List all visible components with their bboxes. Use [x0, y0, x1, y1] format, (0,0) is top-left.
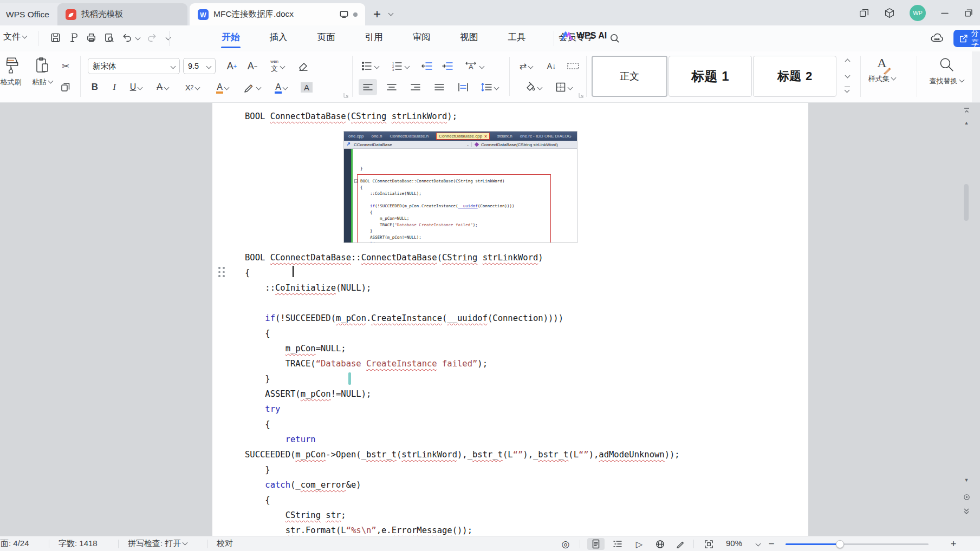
print-preview-icon[interactable] — [103, 32, 115, 43]
undo-chevron-icon[interactable] — [135, 35, 141, 41]
vertical-scrollbar[interactable]: ▲ ▼ — [960, 103, 972, 536]
menu-item-review[interactable]: 审阅 — [407, 31, 436, 43]
menu-item-insert[interactable]: 插入 — [264, 31, 293, 43]
minimize-icon[interactable] — [940, 8, 950, 18]
style-heading-1[interactable]: 标题1 — [669, 56, 752, 97]
wps-ai-menu[interactable]: WPS AI — [561, 31, 607, 41]
zoom-slider[interactable] — [786, 543, 929, 545]
char-shading-button[interactable]: A — [299, 79, 314, 95]
collapse-ribbon-icon[interactable] — [962, 107, 971, 115]
font-size-select[interactable]: 9.5 — [183, 58, 216, 74]
print-icon[interactable] — [86, 32, 97, 43]
chinese-conversion-button[interactable]: ⇄ — [515, 58, 537, 74]
export-pdf-icon[interactable] — [68, 32, 79, 43]
paste-button[interactable]: 粘贴 — [27, 56, 57, 87]
document-code-block[interactable]: BOOL CConnectDataBase::ConnectDataBase(C… — [245, 250, 792, 536]
numbered-list-button[interactable]: 123 — [389, 58, 411, 74]
font-color-button[interactable]: A — [270, 79, 293, 95]
increase-font-button[interactable]: A+ — [223, 58, 241, 74]
pinyin-guide-button[interactable]: wén 文 — [267, 58, 288, 74]
vs-tab-2[interactable]: ConnectDataBase.h — [390, 134, 429, 139]
italic-button[interactable]: I — [107, 79, 121, 95]
decrease-font-button[interactable]: A− — [244, 58, 261, 74]
file-menu[interactable]: 文件 — [3, 31, 27, 43]
find-replace-button[interactable]: 查找替换 — [921, 56, 972, 86]
tab-wps-office[interactable]: WPS Office — [0, 3, 65, 25]
cut-button[interactable]: ✂ — [59, 58, 73, 74]
history-chevron-icon[interactable] — [166, 35, 171, 41]
zoom-chevron-icon[interactable] — [756, 541, 761, 547]
increase-indent-button[interactable] — [440, 58, 456, 74]
menu-item-home[interactable]: 开始 — [217, 31, 245, 43]
align-center-button[interactable] — [382, 79, 401, 95]
shading-button[interactable] — [521, 79, 545, 95]
strikethrough-button[interactable]: A — [152, 79, 173, 95]
zoom-level[interactable]: 90% — [726, 539, 742, 548]
text-effects-button[interactable] — [241, 79, 263, 95]
apps-box-icon[interactable] — [884, 7, 895, 19]
styles-scroll-up[interactable] — [841, 57, 854, 65]
read-mode-button[interactable]: ▷ — [631, 538, 648, 550]
page-view-button[interactable] — [587, 538, 605, 550]
search-icon[interactable] — [609, 32, 620, 44]
document-page[interactable]: BOOL ConnectDataBase(CString strLinkWord… — [212, 103, 808, 536]
bold-button[interactable]: B — [88, 79, 102, 95]
word-count[interactable]: 字数: 1418 — [59, 539, 98, 549]
style-normal[interactable]: 正文 — [592, 56, 667, 97]
bullet-list-button[interactable] — [359, 58, 380, 74]
outline-view-button[interactable] — [609, 538, 626, 550]
web-view-button[interactable] — [651, 538, 669, 550]
restore-window-icon[interactable] — [964, 8, 973, 18]
text-direction-button[interactable]: A — [462, 58, 486, 74]
tab-docer-templates[interactable]: 找稻壳模板 — [57, 3, 187, 25]
highlight-color-button[interactable]: A — [211, 79, 234, 95]
fit-page-button[interactable] — [700, 538, 717, 550]
clear-format-button[interactable] — [295, 58, 312, 74]
spellcheck-status[interactable]: 拼写检查: 打开 — [128, 539, 187, 549]
redo-icon[interactable] — [146, 32, 158, 43]
vs-tab-1[interactable]: one.h — [371, 134, 382, 139]
browse-object-button[interactable] — [962, 494, 971, 502]
style-heading-2[interactable]: 标题2 — [753, 56, 836, 97]
vs-tab-0[interactable]: one.cpp — [348, 134, 364, 139]
menu-item-tools[interactable]: 工具 — [503, 31, 531, 43]
font-dialog-launcher-icon[interactable] — [343, 93, 349, 98]
menu-item-page[interactable]: 页面 — [312, 31, 340, 43]
tab-document-active[interactable]: W MFC连接数据库.docx — [190, 3, 365, 25]
eye-protection-button[interactable]: ◎ — [557, 538, 574, 550]
zoom-slider-handle[interactable] — [836, 540, 844, 548]
superscript-button[interactable]: X2 — [181, 79, 204, 95]
session-windows-icon[interactable] — [859, 8, 869, 18]
proofread-button[interactable]: 校对 — [217, 539, 233, 549]
align-right-button[interactable] — [406, 79, 425, 95]
copy-button[interactable] — [59, 79, 73, 95]
align-left-button[interactable] — [359, 79, 377, 95]
style-set-button[interactable]: A 样式集 — [862, 56, 901, 84]
styles-scroll-down[interactable] — [841, 71, 854, 80]
embedded-vs-screenshot-image[interactable]: one.cppone.hConnectDataBase.hConnectData… — [344, 132, 577, 242]
decrease-indent-button[interactable] — [419, 58, 436, 74]
vs-tab-after-0[interactable]: stdafx.h — [497, 134, 512, 139]
undo-icon[interactable] — [121, 32, 133, 43]
monitor-icon[interactable] — [339, 10, 349, 19]
menu-item-view[interactable]: 视图 — [455, 31, 483, 43]
paragraph-drag-handle[interactable] — [218, 267, 226, 278]
avatar[interactable]: WP — [910, 5, 926, 21]
menu-item-reference[interactable]: 引用 — [360, 31, 388, 43]
underline-button[interactable]: U — [126, 79, 146, 95]
paragraph-dialog-launcher-icon[interactable] — [579, 93, 584, 98]
zoom-in-button[interactable]: + — [945, 538, 962, 550]
save-icon[interactable] — [50, 32, 61, 43]
zoom-out-button[interactable]: − — [763, 538, 780, 550]
show-marks-button[interactable] — [563, 58, 583, 74]
font-name-select[interactable]: 新宋体 — [88, 58, 180, 74]
styles-more-button[interactable] — [841, 85, 854, 94]
scrollbar-thumb[interactable] — [964, 184, 969, 221]
scroll-up-arrow[interactable]: ▲ — [962, 120, 971, 126]
vs-tab-after-1[interactable]: one.rc - IDD ONE DIALOG — [520, 134, 572, 139]
borders-button[interactable] — [551, 79, 575, 95]
distribute-button[interactable] — [454, 79, 472, 95]
vs-tab-close-icon[interactable]: x — [484, 134, 486, 139]
next-page-button[interactable] — [962, 508, 971, 516]
sort-button[interactable]: A↓ — [543, 58, 560, 74]
